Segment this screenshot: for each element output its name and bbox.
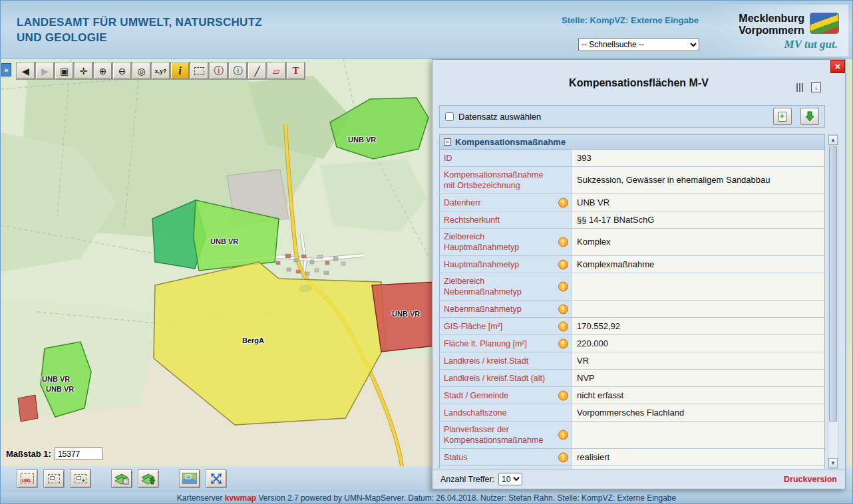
select-box-icon: [194, 67, 204, 75]
measure-button[interactable]: ╱: [248, 63, 266, 79]
stelle-label: Stelle: KompVZ: Externe Eingabe: [562, 15, 699, 25]
warning-icon[interactable]: !: [558, 282, 568, 292]
zoombox-plus-icon: +: [75, 474, 86, 483]
quicksearch-select[interactable]: -- Schnellsuche --: [578, 38, 699, 51]
section-title: Kompensationsmaßnahme: [455, 137, 566, 147]
sidebar-expand-button[interactable]: »: [1, 63, 11, 76]
green-down-arrow-icon: [804, 111, 815, 122]
data-sheet-info-button[interactable]: ⓘ: [229, 63, 247, 79]
mv-flag-icon: [810, 13, 839, 34]
field-label: ID: [444, 153, 452, 164]
full-extent-button[interactable]: ▣: [55, 63, 73, 79]
field-value: UNB VR: [572, 194, 824, 211]
record-select-label: Datensatz auswählen: [458, 112, 541, 122]
status-prefix: Kartenserver: [177, 493, 223, 503]
scale-input[interactable]: [55, 447, 102, 460]
warning-icon[interactable]: !: [558, 452, 568, 462]
table-row: Stadt / Gemeinde! nicht erfasst: [440, 387, 824, 404]
status-bar: Kartenserver kvwmap Version 2.7 powered …: [1, 491, 852, 504]
warning-icon[interactable]: !: [558, 338, 568, 348]
field-value: NVP: [572, 370, 824, 386]
history-back-button[interactable]: ◀: [17, 63, 35, 79]
pan-button[interactable]: ✛: [75, 63, 92, 79]
field-value: Vorpommersches Flachland: [572, 404, 824, 421]
field-value: [572, 422, 824, 448]
field-value: 220.000: [572, 335, 824, 352]
field-label: Fläche lt. Planung [m²]: [444, 338, 527, 349]
field-label: Landkreis / kreisf.Stadt (alt): [444, 373, 545, 384]
save-map-button[interactable]: [112, 470, 132, 487]
zoombox-button[interactable]: [44, 470, 64, 487]
table-row: GIS-Fläche [m²]! 170.552,92: [440, 318, 824, 335]
object-info-button[interactable]: ⓘ: [210, 63, 228, 79]
map-label: UNB VR: [348, 136, 376, 144]
table-row: Hauptmaßnahmetyp! Komplexmaßnahme: [440, 256, 824, 273]
table-row: Planverfasser der Kompensationsmaßnahme!: [440, 422, 824, 449]
field-label: Kompensationsmaßnahme mit Ortsbezeichnun…: [444, 170, 556, 191]
warning-icon[interactable]: !: [558, 237, 568, 247]
zoom-out-button[interactable]: ⊖: [113, 63, 131, 79]
warning-icon[interactable]: !: [558, 197, 568, 207]
scroll-up-button[interactable]: ▲: [828, 135, 838, 145]
scrollbar-thumb[interactable]: [829, 146, 837, 422]
history-forward-button[interactable]: ▶: [36, 63, 54, 79]
field-label: Stadt / Gemeinde: [444, 390, 508, 401]
center-button[interactable]: ◎: [132, 63, 150, 79]
agency-title: LANDESAMT FÜR UMWELT, NATURSCHUTZ UND GE…: [17, 15, 262, 46]
info-button[interactable]: i: [171, 63, 189, 79]
field-label: GIS-Fläche [m²]: [444, 321, 502, 332]
map-toolbar: ◀ ▶ ▣ ✛ ⊕ ⊖ ◎ x,y? i ⓘ ⓘ ╱ ▱ T: [17, 63, 305, 79]
panel-title: Kompensationsflächen M-V: [432, 77, 845, 89]
panel-window-controls: ↓: [796, 82, 821, 92]
zoombox-add-button[interactable]: +: [71, 470, 90, 487]
query-coordinates-button[interactable]: x,y?: [152, 63, 170, 79]
field-label: Zielbereich Nebenmaßnahmetyp: [444, 276, 556, 297]
record-select-row: Datensatz auswählen +: [439, 105, 825, 128]
table-row: Zielbereich Hauptmaßnahmetyp! Komplex: [440, 229, 824, 256]
overview-map-button[interactable]: [180, 470, 200, 487]
field-value: VR: [572, 352, 824, 369]
zoom-url-button[interactable]: URL: [17, 470, 37, 487]
panel-scrollbar[interactable]: ▲ ▼: [828, 134, 838, 469]
columns-icon[interactable]: [796, 83, 803, 92]
overview-map-icon: [182, 473, 197, 484]
warning-icon[interactable]: !: [558, 390, 568, 400]
status-brand: kvwmap: [225, 493, 256, 503]
section-header-kompensationsmassnahme[interactable]: − Kompensationsmaßnahme: [440, 135, 824, 150]
text-tool-button[interactable]: T: [287, 63, 305, 79]
map-label: UNB VR: [210, 237, 238, 245]
field-value: [572, 301, 824, 317]
hits-select[interactable]: 10: [498, 473, 522, 485]
export-map-button[interactable]: [138, 470, 158, 487]
field-label: Landschaftszone: [444, 408, 507, 418]
close-button[interactable]: ×: [830, 60, 845, 73]
zoom-in-button[interactable]: ⊕: [94, 63, 112, 79]
warning-icon[interactable]: !: [558, 259, 568, 269]
warning-icon[interactable]: !: [558, 321, 568, 331]
warning-icon[interactable]: !: [558, 304, 568, 314]
table-row: Nebenmaßnahmetyp!: [440, 301, 824, 318]
field-value: 393: [572, 150, 824, 166]
table-row: Landschaftszone Vorpommersches Flachland: [440, 404, 824, 422]
table-row: Landkreis / kreisf.Stadt VR: [440, 352, 824, 370]
scale-control: Maßstab 1:: [6, 447, 102, 460]
field-value: Komplexmaßnahme: [572, 256, 824, 273]
map-label: UNB VR: [42, 375, 70, 383]
resize-map-button[interactable]: [206, 470, 226, 487]
polygon-draw-button[interactable]: ▱: [267, 63, 285, 79]
select-box-button[interactable]: [190, 63, 208, 79]
scroll-down-button[interactable]: ▼: [828, 458, 838, 468]
map-label: UNB VR: [46, 385, 74, 393]
warning-icon[interactable]: !: [558, 430, 568, 440]
scale-label: Maßstab 1:: [6, 449, 51, 459]
collapse-section-icon[interactable]: −: [444, 138, 451, 146]
record-select-checkbox[interactable]: [445, 112, 454, 121]
url-box-icon: URL: [21, 473, 34, 483]
export-icon[interactable]: ↓: [811, 82, 821, 92]
copy-record-button[interactable]: +: [773, 108, 792, 125]
hits-label: Anzahl Treffer:: [440, 475, 494, 484]
download-record-button[interactable]: [800, 108, 819, 125]
print-version-link[interactable]: Druckversion: [784, 475, 837, 484]
compensation-area-polygon[interactable]: [18, 395, 38, 422]
attribute-table: − Kompensationsmaßnahme ID 393 Kompensat…: [439, 134, 825, 469]
